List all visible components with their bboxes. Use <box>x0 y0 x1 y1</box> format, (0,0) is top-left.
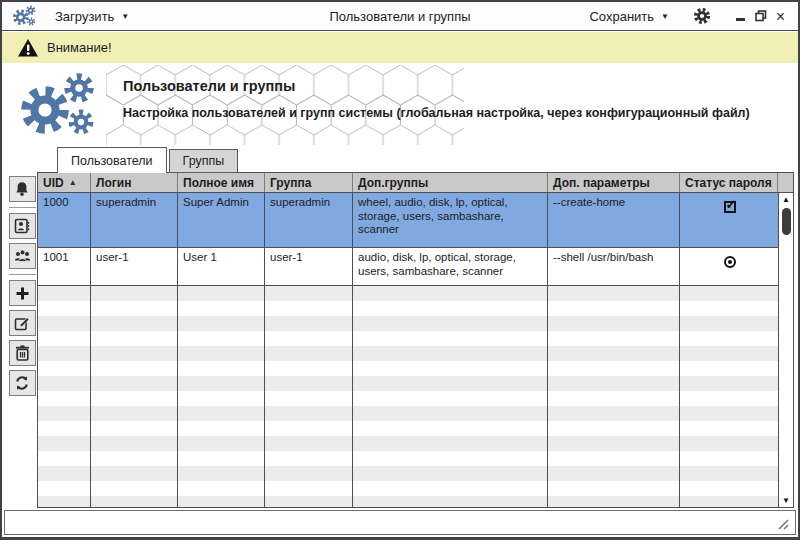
title-bar: Загрузить ▼ Пользователи и группы Сохран… <box>2 2 798 31</box>
refresh-button[interactable] <box>9 370 36 396</box>
column-header-7[interactable]: Статус пароля <box>680 173 778 192</box>
cell-uid: 1000 <box>38 193 91 247</box>
column-separator <box>352 286 353 507</box>
table-row[interactable]: 1000superadminSuper Adminsuperadminwheel… <box>38 193 778 248</box>
chevron-down-icon: ▼ <box>121 11 129 21</box>
hexagon-pattern <box>106 65 464 145</box>
cell-uid: 1001 <box>38 248 91 285</box>
cell-extra_params: --shell /usr/bin/bash <box>548 248 680 285</box>
notifications-button[interactable] <box>9 176 36 202</box>
cell-full_name: Super Admin <box>178 193 265 247</box>
table-header: UID▲ЛогинПолное имяГруппаДоп.группыДоп. … <box>38 173 793 193</box>
column-separator <box>90 286 91 507</box>
tab-users[interactable]: Пользователи <box>57 147 167 173</box>
trash-icon <box>15 345 30 361</box>
column-header-6[interactable]: Доп. параметры <box>548 173 680 192</box>
scroll-up-arrow-icon[interactable]: ▲ <box>779 193 793 206</box>
page-title: Пользователи и группы <box>123 78 295 94</box>
status-bar <box>4 510 796 535</box>
column-header-3[interactable]: Полное имя <box>178 173 265 192</box>
empty-rows-area <box>38 286 778 507</box>
toolbar-separator <box>9 274 36 275</box>
vertical-scrollbar[interactable]: ▲ ▼ <box>778 193 793 507</box>
tab-groups[interactable]: Группы <box>169 149 239 173</box>
scroll-corner <box>778 173 793 192</box>
cell-extra_groups: audio, disk, lp, optical, storage, users… <box>353 248 548 285</box>
cell-extra_params: --create-home <box>548 193 680 247</box>
cell-login: user-1 <box>91 248 178 285</box>
table-body: 1000superadminSuper Adminsuperadminwheel… <box>38 193 778 507</box>
column-header-label: UID <box>43 176 64 190</box>
column-header-label: Логин <box>96 176 131 190</box>
cell-group: superadmin <box>265 193 353 247</box>
user-card-button[interactable] <box>9 213 36 239</box>
gears-icon <box>19 73 107 139</box>
resize-grip-icon[interactable] <box>777 518 789 530</box>
selected-radio-icon[interactable] <box>724 256 736 268</box>
column-header-4[interactable]: Группа <box>265 173 353 192</box>
warning-text: Внимание! <box>47 40 112 55</box>
save-button-label: Сохранить <box>589 9 654 24</box>
minimize-button[interactable] <box>733 9 748 24</box>
app-window: Загрузить ▼ Пользователи и группы Сохран… <box>0 0 800 540</box>
toolbar-separator <box>9 207 36 208</box>
cell-password-status <box>680 248 778 285</box>
close-button[interactable]: × <box>773 9 788 24</box>
scroll-down-arrow-icon[interactable]: ▼ <box>779 494 793 507</box>
add-button[interactable] <box>9 280 36 306</box>
column-separator <box>177 286 178 507</box>
load-button-label: Загрузить <box>55 9 114 24</box>
refresh-icon <box>14 375 30 391</box>
cell-group: user-1 <box>265 248 353 285</box>
column-separator <box>679 286 680 507</box>
load-button[interactable]: Загрузить ▼ <box>55 9 129 24</box>
window-title: Пользователи и группы <box>329 9 470 24</box>
add-icon <box>15 286 30 301</box>
warning-bar: Внимание! <box>2 32 798 63</box>
titlebar-right: Сохранить ▼ × <box>589 7 798 25</box>
user-card-icon <box>14 218 30 234</box>
column-header-1[interactable]: UID▲ <box>38 173 91 192</box>
cell-password-status <box>680 193 778 247</box>
restore-icon <box>755 10 767 22</box>
checked-checkbox-icon[interactable] <box>724 201 736 213</box>
cell-extra_groups: wheel, audio, disk, lp, optical, storage… <box>353 193 548 247</box>
tab-groups-label: Группы <box>183 154 225 168</box>
tab-bar: Пользователи Группы <box>57 147 240 173</box>
scrollbar-thumb[interactable] <box>782 208 791 235</box>
sort-arrow-icon: ▲ <box>69 178 77 187</box>
users-group-button[interactable] <box>9 243 36 269</box>
column-separator <box>264 286 265 507</box>
tab-users-label: Пользователи <box>71 154 153 168</box>
bell-icon <box>14 181 30 197</box>
column-header-label: Доп.группы <box>358 176 428 190</box>
gears-icon <box>12 4 38 28</box>
edit-button[interactable] <box>9 310 36 336</box>
cell-full_name: User 1 <box>178 248 265 285</box>
column-header-2[interactable]: Логин <box>91 173 178 192</box>
delete-button[interactable] <box>9 340 36 366</box>
table-row[interactable]: 1001user-1User 1user-1audio, disk, lp, o… <box>38 248 778 286</box>
save-button[interactable]: Сохранить ▼ <box>589 9 669 24</box>
chevron-down-icon: ▼ <box>661 11 669 21</box>
cell-login: superadmin <box>91 193 178 247</box>
users-table: UID▲ЛогинПолное имяГруппаДоп.группыДоп. … <box>37 172 794 508</box>
column-separator <box>547 286 548 507</box>
column-header-label: Статус пароля <box>685 176 772 190</box>
side-toolbar <box>8 176 36 400</box>
column-header-label: Полное имя <box>183 176 254 190</box>
restore-button[interactable] <box>753 9 768 24</box>
page-header: Пользователи и группы Настройка пользова… <box>2 63 798 147</box>
settings-gear-icon[interactable] <box>693 7 711 25</box>
users-group-icon <box>14 248 31 264</box>
column-header-label: Группа <box>270 176 311 190</box>
column-header-label: Доп. параметры <box>553 176 650 190</box>
warning-triangle-icon <box>17 38 39 58</box>
window-controls: × <box>733 9 788 24</box>
column-header-5[interactable]: Доп.группы <box>353 173 548 192</box>
edit-icon <box>14 315 30 331</box>
page-subtitle: Настройка пользователей и групп системы … <box>123 106 750 120</box>
